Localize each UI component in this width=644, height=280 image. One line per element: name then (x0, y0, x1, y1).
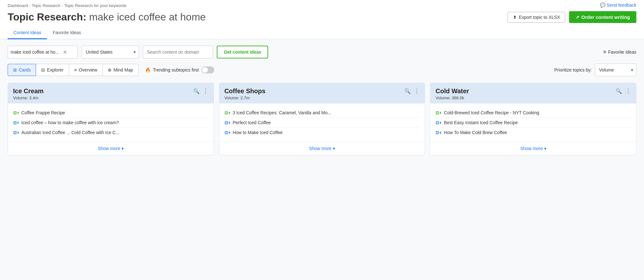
filters-row: ✕ United States United Kingdom Canada Au… (8, 46, 636, 58)
priority-select[interactable]: Volume Efficiency Relevance (595, 64, 636, 76)
item-icon-blue (435, 130, 441, 135)
card-title-wrap: Cold Water Volume: 368.0k (435, 87, 469, 100)
trending-label: Trending subtopics first (153, 67, 199, 72)
clear-keyword-button[interactable]: ✕ (63, 49, 67, 55)
card-1: Coffee Shops Volume: 2.7m 🔍 ⋮ (219, 83, 425, 155)
item-icon-green (13, 110, 19, 115)
chat-icon: 💬 (600, 3, 605, 8)
breadcrumb: Dashboard › Topic Research › Topic Resea… (8, 2, 636, 8)
card-header-icons: 🔍 ⋮ (193, 87, 209, 95)
card-more-icon[interactable]: ⋮ (203, 87, 209, 95)
card-item: Coffee Frappe Recipe (13, 108, 209, 118)
show-more-button[interactable]: Show more ▾ (219, 142, 425, 155)
card-2: Cold Water Volume: 368.0k 🔍 ⋮ (430, 83, 636, 155)
card-more-icon[interactable]: ⋮ (625, 87, 631, 95)
get-ideas-button[interactable]: Get content ideas (217, 46, 268, 58)
card-item-text: Iced coffee – how to make coffee with ic… (21, 120, 119, 125)
view-cards-button[interactable]: ⊞ Cards (8, 64, 36, 76)
svg-marker-4 (229, 121, 230, 124)
card-item: How To Make Cold Brew Coffee (435, 128, 631, 137)
card-item: Iced coffee – how to make coffee with ic… (13, 118, 209, 128)
card-item-text: Coffee Frappe Recipe (21, 110, 65, 115)
external-link-icon: ↗ (575, 15, 579, 20)
breadcrumb-sep-1: › (29, 4, 31, 8)
card-more-icon[interactable]: ⋮ (414, 87, 420, 95)
card-item-text: How To Make Cold Brew Coffee (444, 130, 507, 135)
card-item-text: Best Easy Instant Iced Coffee Recipe (444, 120, 518, 125)
order-content-button[interactable]: ↗ Order content writing (569, 11, 636, 23)
card-item-text: Perfect Iced Coffee (233, 120, 271, 125)
prioritize-wrap: Prioritize topics by: Volume Efficiency … (554, 64, 636, 76)
show-more-button[interactable]: Show more ▾ (430, 142, 636, 155)
send-feedback-link[interactable]: 💬 Send feedback (600, 3, 636, 8)
item-icon-blue (435, 120, 441, 125)
favorite-ideas-link[interactable]: ≡ Favorite Ideas (603, 49, 636, 55)
view-mindmap-button[interactable]: ⊛ Mind Map (102, 64, 138, 76)
views-row: ⊞ Cards ⊟ Explorer ≡ Overview ⊛ Mind Map… (8, 64, 636, 76)
card-volume: Volume: 368.0k (435, 95, 469, 100)
keyword-input[interactable] (11, 49, 62, 55)
svg-marker-0 (17, 111, 18, 114)
card-0: Ice Cream Volume: 3.4m 🔍 ⋮ (8, 83, 214, 155)
breadcrumb-topic-research[interactable]: Topic Research (32, 3, 61, 8)
view-buttons: ⊞ Cards ⊟ Explorer ≡ Overview ⊛ Mind Map (8, 64, 139, 76)
card-volume: Volume: 2.7m (224, 95, 266, 100)
show-more-label: Show more (520, 146, 543, 151)
view-explorer-button[interactable]: ⊟ Explorer (36, 64, 69, 76)
tab-content-ideas[interactable]: Content Ideas (8, 27, 47, 39)
card-body: Cold-Brewed Iced Coffee Recipe - NYT Coo… (430, 103, 636, 142)
tab-favorite-ideas[interactable]: Favorite Ideas (47, 27, 87, 39)
show-more-label: Show more (309, 146, 332, 151)
item-icon-blue (224, 120, 230, 125)
show-more-button[interactable]: Show more ▾ (8, 142, 214, 155)
page-title: Topic Research: make iced coffee at home (8, 11, 206, 23)
svg-marker-8 (440, 131, 441, 134)
card-title: Coffee Shops (224, 87, 266, 95)
fire-icon: 🔥 (145, 67, 150, 72)
card-volume: Volume: 3.4m (13, 95, 44, 100)
send-feedback-label: Send feedback (607, 3, 636, 8)
svg-marker-5 (229, 131, 230, 134)
item-icon-blue (13, 130, 19, 135)
export-button[interactable]: ⬆ Export topic to XLSX (508, 12, 565, 23)
card-search-icon[interactable]: 🔍 (193, 88, 200, 94)
view-overview-button[interactable]: ≡ Overview (69, 64, 103, 76)
svg-marker-2 (17, 131, 18, 134)
prioritize-label: Prioritize topics by: (554, 67, 592, 72)
card-header: Cold Water Volume: 368.0k 🔍 ⋮ (430, 83, 636, 103)
country-select-wrap[interactable]: United States United Kingdom Canada Aust… (82, 46, 139, 58)
trending-toggle[interactable] (201, 66, 214, 73)
item-icon-blue (13, 120, 19, 125)
card-title-wrap: Ice Cream Volume: 3.4m (13, 87, 44, 100)
content-area: ✕ United States United Kingdom Canada Au… (0, 39, 644, 162)
card-item-text: Cold-Brewed Iced Coffee Recipe - NYT Coo… (444, 110, 539, 115)
card-item: Cold-Brewed Iced Coffee Recipe - NYT Coo… (435, 108, 631, 118)
show-more-chevron-icon: ▾ (121, 146, 124, 151)
card-search-icon[interactable]: 🔍 (404, 88, 411, 94)
card-body: 3 Iced Coffee Recipes: Caramel, Vanilla … (219, 103, 425, 142)
svg-marker-3 (229, 111, 230, 114)
card-title: Ice Cream (13, 87, 44, 95)
mindmap-view-icon: ⊛ (108, 67, 112, 72)
show-more-chevron-icon: ▾ (333, 146, 335, 151)
tabs-container: Content Ideas Favorite Ideas (0, 23, 644, 39)
card-title-wrap: Coffee Shops Volume: 2.7m (224, 87, 266, 100)
card-search-icon[interactable]: 🔍 (616, 88, 622, 94)
breadcrumb-dashboard[interactable]: Dashboard (8, 3, 28, 8)
card-header-icons: 🔍 ⋮ (616, 87, 631, 95)
svg-marker-1 (17, 121, 18, 124)
svg-marker-6 (440, 111, 441, 114)
trending-wrap: 🔥 Trending subtopics first (145, 66, 214, 73)
card-header: Ice Cream Volume: 3.4m 🔍 ⋮ (8, 83, 214, 103)
upload-icon: ⬆ (513, 15, 517, 20)
domain-search-input[interactable] (143, 46, 213, 58)
country-select[interactable]: United States United Kingdom Canada Aust… (82, 46, 139, 58)
explorer-view-icon: ⊟ (41, 67, 45, 72)
item-icon-green (435, 110, 441, 115)
list-icon: ≡ (603, 49, 606, 55)
card-item: 3 Iced Coffee Recipes: Caramel, Vanilla … (224, 108, 420, 118)
overview-view-icon: ≡ (74, 67, 77, 72)
card-header-icons: 🔍 ⋮ (404, 87, 420, 95)
keyword-input-wrap[interactable]: ✕ (8, 46, 78, 58)
priority-select-wrap[interactable]: Volume Efficiency Relevance ▾ (595, 64, 636, 76)
